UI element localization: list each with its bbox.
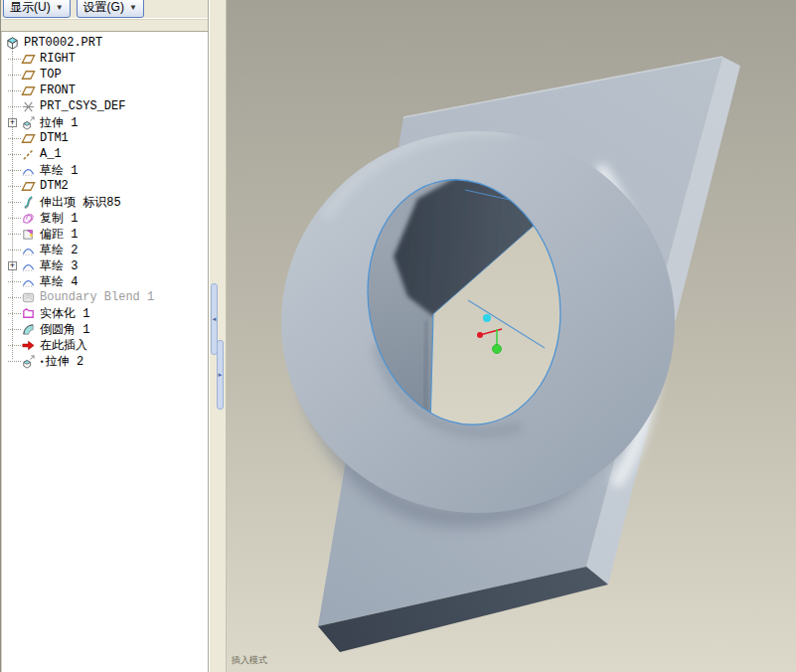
item-prefix-bullet: ▪ (40, 357, 45, 366)
expand-toggle[interactable]: + (8, 118, 17, 127)
model-tree-item[interactable]: 实体化 1 (2, 305, 208, 321)
model-tree-item[interactable]: 偏距 1 (2, 226, 208, 242)
tree-connector (8, 280, 21, 282)
proe-window: 显示(U)▼ 设置(G)▼ PRT0002.PRT RIGHT TOP FRON… (0, 0, 796, 672)
show-menu-button[interactable]: 显示(U)▼ (3, 0, 71, 18)
tree-connector (8, 312, 21, 314)
part-icon (5, 36, 20, 51)
panel-splitter[interactable]: ◄ ► (208, 0, 227, 672)
model-tree-item[interactable]: Boundary Blend 1 (2, 289, 208, 305)
item-label: FRONT (40, 84, 76, 97)
tree-toolbar: 显示(U)▼ 设置(G)▼ (1, 0, 208, 18)
item-label: DTM2 (40, 179, 69, 193)
item-label: 草绘 2 (40, 242, 78, 258)
model-tree-item[interactable]: ▪ 拉伸 2 (2, 353, 208, 369)
model-tree-item[interactable]: DTM2 (2, 178, 208, 194)
model-tree-item[interactable]: PRT0002.PRT (2, 35, 208, 51)
item-label: 复制 1 (40, 210, 78, 227)
dropdown-caret-icon: ▼ (56, 3, 64, 12)
model-tree-item[interactable]: 复制 1 (2, 210, 208, 226)
item-label: 拉伸 1 (40, 114, 78, 131)
model-tree-item[interactable]: + 草绘 3 (2, 257, 208, 273)
csys-icon (21, 99, 36, 114)
item-label: 偏距 1 (40, 226, 78, 243)
datum-plane-icon (21, 68, 36, 83)
tree-connector (8, 169, 21, 171)
expand-toggle[interactable]: + (8, 261, 17, 270)
graphics-area[interactable]: 插入模式 (227, 0, 796, 672)
item-label: 在此插入 (40, 337, 87, 354)
collapse-arrow-icon: ◄ (212, 316, 218, 322)
item-label: 实体化 1 (40, 305, 89, 322)
dropdown-caret-icon: ▼ (129, 3, 137, 12)
item-label: RIGHT (40, 52, 76, 66)
datum-point-cyan[interactable] (483, 314, 491, 322)
tree-connector (8, 233, 21, 235)
protrusion-icon (21, 195, 36, 210)
insert-mode-status: 插入模式 (232, 654, 267, 667)
expand-arrow-icon: ► (218, 372, 224, 378)
datum-plane-icon (21, 179, 36, 194)
3d-viewport[interactable] (227, 0, 796, 672)
model-tree-item[interactable]: 草绘 1 (2, 162, 208, 178)
item-label: PRT_CSYS_DEF (40, 99, 125, 113)
tree-connector (8, 249, 21, 251)
model-tree-item[interactable]: 倒圆角 1 (2, 321, 208, 337)
datum-plane-icon (21, 131, 36, 146)
item-label: DTM1 (40, 131, 69, 145)
insert-here-icon (21, 338, 36, 353)
model-tree-item[interactable]: + 拉伸 1 (2, 114, 208, 130)
tree-connector (8, 153, 21, 155)
tree-connector (8, 296, 21, 298)
axis-icon (21, 147, 36, 162)
copy-icon (21, 211, 36, 226)
model-tree: PRT0002.PRT RIGHT TOP FRONT PRT_CSYS_DEF… (1, 32, 208, 672)
item-label: 倒圆角 1 (40, 321, 89, 338)
item-label: PRT0002.PRT (24, 36, 102, 50)
tree-connector (8, 217, 21, 219)
tree-connector (8, 185, 21, 187)
tree-header-strip (1, 18, 208, 32)
item-label: 草绘 4 (40, 273, 78, 290)
tree-connector (8, 201, 21, 203)
datum-point-green[interactable] (493, 345, 502, 354)
datum-point-red[interactable] (477, 332, 483, 338)
sketch-icon (21, 163, 36, 178)
tree-connector (8, 137, 21, 139)
item-label: 草绘 1 (40, 162, 78, 179)
model-tree-item[interactable]: TOP (2, 67, 208, 83)
model-tree-item[interactable]: FRONT (2, 83, 208, 98)
item-label: TOP (40, 68, 62, 82)
tree-connector (8, 360, 21, 362)
settings-menu-label: 设置(G) (83, 0, 124, 16)
tree-connector (8, 74, 21, 76)
offset-icon (21, 227, 36, 242)
model-tree-panel: 显示(U)▼ 设置(G)▼ PRT0002.PRT RIGHT TOP FRON… (0, 0, 208, 672)
tree-connector (8, 344, 21, 346)
expand-panel-handle[interactable]: ► (217, 340, 224, 410)
settings-menu-button[interactable]: 设置(G)▼ (77, 0, 144, 18)
model-tree-item[interactable]: PRT_CSYS_DEF (2, 98, 208, 114)
model-tree-item[interactable]: A_1 (2, 146, 208, 162)
model-tree-item[interactable]: 伸出项 标识85 (2, 194, 208, 210)
sketch-icon (21, 243, 36, 257)
solidify-icon (21, 306, 36, 321)
datum-plane-icon (21, 52, 36, 67)
item-label: 拉伸 2 (46, 353, 83, 370)
model-tree-item[interactable]: RIGHT (2, 51, 208, 67)
boundary-blend-icon (21, 290, 36, 305)
model-tree-item[interactable]: DTM1 (2, 130, 208, 146)
item-label: 伸出项 标识85 (40, 194, 121, 211)
extrude-icon (21, 354, 36, 369)
item-label: 草绘 3 (40, 257, 78, 274)
tree-connector (8, 328, 21, 330)
sketch-icon (21, 258, 36, 273)
model-tree-item[interactable]: 在此插入 (2, 337, 208, 353)
model-tree-item[interactable]: 草绘 2 (2, 242, 208, 257)
datum-plane-icon (21, 84, 36, 98)
tree-connector (8, 58, 21, 60)
show-menu-label: 显示(U) (10, 0, 51, 16)
extrude-icon (21, 115, 36, 130)
item-label: Boundary Blend 1 (40, 290, 154, 304)
model-tree-item[interactable]: 草绘 4 (2, 273, 208, 289)
